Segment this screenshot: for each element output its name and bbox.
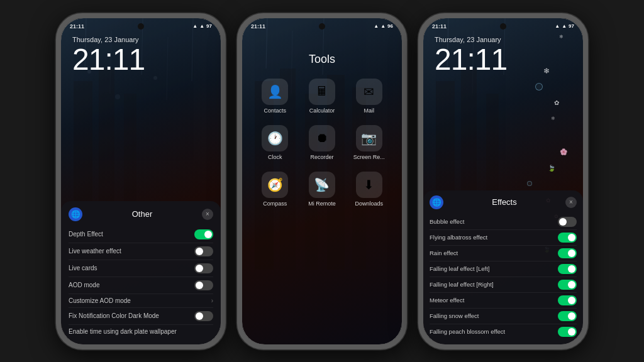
battery-left: 97 (206, 23, 212, 29)
status-icons-middle: ▲ ▲ 96 (374, 23, 393, 29)
tool-screen-recorder[interactable]: 📷 Screen Re... (348, 125, 389, 160)
toggle-falling-leaf-left[interactable] (558, 264, 577, 274)
status-icons-left: ▲ ▲ 97 (192, 23, 212, 29)
label-customize-aod: Customize AOD mode (69, 297, 131, 304)
status-time-left: 21:11 (70, 23, 84, 30)
wifi-icon-middle: ▲ (380, 23, 386, 29)
toggle-fix-notification[interactable] (194, 311, 213, 321)
toggle-flying-albatross[interactable] (558, 233, 577, 243)
panel-header-right: 🌐 Effects × (430, 195, 577, 209)
clock-area-left: Thursday, 23 January 21:11 (61, 36, 221, 75)
tool-mi-remote[interactable]: 📡 Mi Remote (302, 172, 343, 207)
toggle-rain-effect[interactable] (558, 248, 577, 258)
panel-icon-left: 🌐 (69, 207, 82, 221)
clock-icon: 🕐 (262, 125, 288, 151)
row-flying-albatross: Flying albatross effect (430, 230, 577, 246)
mi-remote-icon: 📡 (309, 172, 335, 198)
phone-right: ❄ ❄ ✿ 🌸 ✿ ❄ ✿ 🍃 🍃 (418, 13, 588, 349)
mail-label: Mail (364, 107, 374, 114)
calculator-label: Calculator (309, 107, 335, 114)
label-rain-effect: Rain effect (430, 250, 458, 256)
phone-left-frame: 21:11 ▲ ▲ 97 Thursday, 23 January 21:11 … (56, 13, 226, 349)
svg-point-6 (115, 94, 120, 99)
downloads-label: Downloads (355, 200, 383, 207)
phone-left-screen: 21:11 ▲ ▲ 97 Thursday, 23 January 21:11 … (61, 18, 221, 344)
status-icons-right: ▲ ▲ 97 (555, 23, 574, 29)
mi-remote-label: Mi Remote (308, 200, 336, 207)
arrow-customize-aod: › (211, 297, 213, 304)
punch-hole-right (500, 23, 506, 30)
toggle-depth-effect[interactable] (194, 229, 213, 239)
panel-title-right: Effects (443, 197, 565, 207)
tool-contacts[interactable]: 👤 Contacts (255, 79, 296, 114)
status-time-right: 21:11 (432, 23, 447, 30)
phone-middle-screen: 21:11 ▲ ▲ 96 Tools 👤 Contacts (242, 18, 402, 344)
toggle-falling-peach[interactable] (558, 327, 577, 337)
contacts-icon: 👤 (262, 79, 288, 105)
panel-icon-right: 🌐 (430, 195, 443, 209)
clock-area-right: Thursday, 23 January 21:11 (423, 36, 583, 75)
panel-title-left: Other (82, 209, 202, 219)
toggle-aod-mode[interactable] (194, 280, 213, 290)
label-falling-leaf-right: Falling leaf effect [Right] (430, 281, 494, 288)
tool-calculator[interactable]: 🖩 Calculator (302, 79, 343, 114)
contacts-label: Contacts (264, 107, 287, 114)
row-falling-peach: Falling peach blossom effect (430, 324, 577, 339)
calculator-icon: 🖩 (309, 79, 335, 105)
row-falling-leaf-left: Falling leaf effect [Left] (430, 261, 577, 277)
toggle-live-cards[interactable] (194, 263, 213, 273)
clock-date-right: Thursday, 23 January (435, 36, 583, 43)
battery-right: 97 (569, 23, 574, 29)
row-customize-aod[interactable]: Customize AOD mode › (69, 294, 213, 308)
toggle-meteor-effect[interactable] (558, 295, 577, 305)
phone-middle-frame: 21:11 ▲ ▲ 96 Tools 👤 Contacts (237, 13, 407, 349)
phone-left: 21:11 ▲ ▲ 97 Thursday, 23 January 21:11 … (56, 13, 226, 349)
wifi-icon-left: ▲ (199, 23, 204, 29)
label-falling-peach: Falling peach blossom effect (430, 328, 505, 335)
panel-close-left[interactable]: × (202, 209, 213, 220)
compass-icon: 🧭 (262, 172, 288, 198)
panel-header-left: 🌐 Other × (69, 207, 213, 221)
signal-icon-middle: ▲ (374, 23, 379, 29)
battery-middle: 96 (387, 23, 393, 29)
toggle-bubble-effect[interactable] (558, 217, 577, 227)
row-rain-effect: Rain effect (430, 246, 577, 261)
row-falling-leaf-right: Falling leaf effect [Right] (430, 277, 577, 293)
signal-icon-right: ▲ (555, 23, 560, 29)
toggle-live-weather[interactable] (194, 246, 213, 256)
mail-icon: ✉ (356, 79, 382, 105)
toggle-falling-leaf-right[interactable] (558, 280, 577, 290)
wifi-icon-right: ▲ (562, 23, 567, 29)
tool-mail[interactable]: ✉ Mail (348, 79, 389, 114)
row-meteor-effect: Meteor effect (430, 293, 577, 309)
tool-recorder[interactable]: ⏺ Recorder (302, 125, 343, 160)
phone-middle: 21:11 ▲ ▲ 96 Tools 👤 Contacts (237, 13, 407, 349)
tool-compass[interactable]: 🧭 Compass (255, 172, 296, 207)
row-bubble-effect: Bubble effect (430, 214, 577, 230)
clock-label: Clock (268, 154, 282, 160)
row-falling-snow: Falling snow effect (430, 309, 577, 324)
phone-right-frame: ❄ ❄ ✿ 🌸 ✿ ❄ ✿ 🍃 🍃 (418, 13, 588, 349)
panel-close-right[interactable]: × (565, 197, 577, 208)
label-fix-notification: Fix Notification Color Dark Mode (69, 312, 159, 319)
tool-downloads[interactable]: ⬇ Downloads (348, 172, 389, 207)
row-aod-mode: AOD mode (69, 277, 213, 294)
label-bubble-effect: Bubble effect (430, 218, 464, 225)
svg-point-7 (153, 76, 157, 80)
label-live-cards: Live cards (69, 265, 97, 272)
label-dark-plate: Enable time using dark plate wallpaper (69, 328, 177, 335)
screen-recorder-label: Screen Re... (353, 154, 385, 160)
status-time-middle: 21:11 (251, 23, 265, 30)
clock-date-left: Thursday, 23 January (72, 36, 221, 43)
toggle-falling-snow[interactable] (558, 311, 577, 321)
signal-icon-left: ▲ (192, 23, 197, 29)
row-depth-effect: Depth Effect (69, 226, 213, 243)
tool-clock[interactable]: 🕐 Clock (255, 125, 296, 160)
row-dark-plate: Enable time using dark plate wallpaper (69, 325, 213, 338)
label-live-weather: Live weather effect (69, 248, 121, 255)
recorder-icon: ⏺ (309, 125, 335, 151)
label-flying-albatross: Flying albatross effect (430, 234, 487, 241)
phone-right-screen: ❄ ❄ ✿ 🌸 ✿ ❄ ✿ 🍃 🍃 (423, 18, 583, 344)
punch-hole-middle (319, 23, 325, 30)
recorder-label: Recorder (310, 154, 333, 160)
